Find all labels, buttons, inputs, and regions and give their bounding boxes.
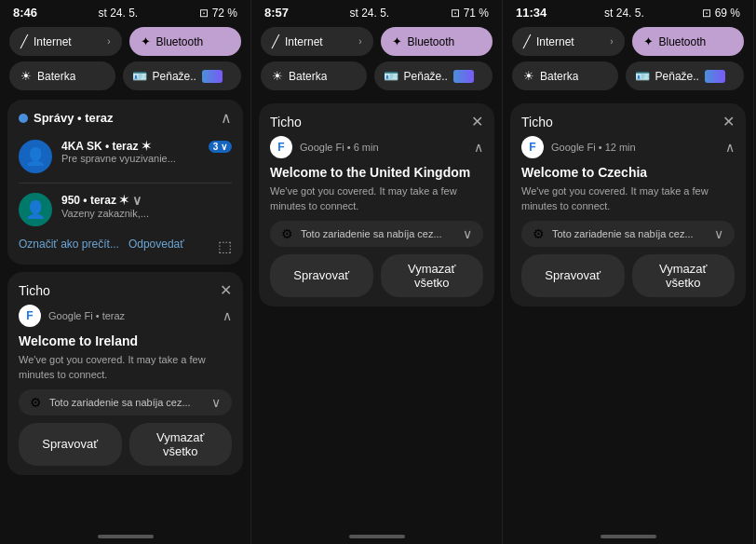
charging-row-3[interactable]: ⚙ Toto zariadenie sa nabíja cez... ∨ (521, 221, 735, 247)
msg-text-1b: Vazeny zakaznik,... (61, 208, 232, 219)
phone-panel-2: 8:57 st 24. 5. ⊡ 71 % ╱ Internet › ✦ Blu… (251, 0, 503, 544)
vymazat-btn-1[interactable]: Vymazať všetko (129, 423, 233, 466)
charging-text-1: Toto zariadenie sa nabíja cez... (49, 397, 204, 408)
avatar-icon-1a: 👤 (25, 146, 46, 167)
wallet-card-visual-2 (453, 70, 474, 83)
tile-baterka-label-2: Baterka (289, 70, 327, 83)
msg-badge-1a: 3 ∨ (209, 141, 232, 153)
tile-internet-label-2: Internet (285, 35, 323, 48)
btn-row-3: Spravovať Vymazať všetko (521, 254, 735, 297)
charging-row-1[interactable]: ⚙ Toto zariadenie sa nabíja cez... ∨ (19, 389, 232, 415)
status-bar-2: 8:57 st 24. 5. ⊡ 71 % (251, 0, 502, 23)
ticho-title-1: Ticho (19, 283, 50, 298)
battery-1: 72 % (212, 7, 237, 20)
charging-chevron-3[interactable]: ∨ (714, 226, 723, 241)
tile-chevron-1: › (107, 36, 110, 47)
spravovat-btn-1[interactable]: Spravovať (19, 423, 122, 466)
tile-bluetooth-label-1: Bluetooth (156, 35, 204, 48)
spravovat-btn-3[interactable]: Spravovať (521, 254, 625, 297)
notif-body-2: We've got you covered. It may take a few… (270, 184, 483, 213)
tile-internet-2[interactable]: ╱ Internet › (261, 27, 373, 56)
fi-row-2: F Google Fi • 6 min ∧ (270, 136, 483, 158)
tiles-row1-3: ╱ Internet › ✦ Bluetooth (503, 23, 753, 60)
tile-bluetooth-1[interactable]: ✦ Bluetooth (129, 27, 242, 56)
ticho-header-2: Ticho ✕ (270, 113, 483, 130)
notif-body-3: We've got you covered. It may take a few… (521, 184, 735, 213)
time-2: 8:57 (264, 6, 289, 20)
ticho-close-2[interactable]: ✕ (471, 113, 483, 130)
tile-internet-1[interactable]: ╱ Internet › (9, 27, 122, 56)
sim-icon-2: ⊡ (451, 7, 460, 20)
messages-title-text-1: Správy • teraz (34, 111, 113, 125)
charging-chevron-1[interactable]: ∨ (211, 395, 221, 410)
sim-icon-1: ⊡ (199, 7, 209, 20)
ticho-close-1[interactable]: ✕ (220, 281, 232, 299)
fi-chevron-1[interactable]: ∧ (223, 308, 232, 323)
bottom-indicator-1 (98, 535, 154, 538)
tile-baterka-label-3: Baterka (540, 70, 578, 83)
vymazat-btn-3[interactable]: Vymazať všetko (632, 254, 736, 297)
ticho-header-1: Ticho ✕ (19, 281, 232, 299)
tile-wallet-2[interactable]: 🪪 Peňaže.. (374, 61, 493, 90)
phone-panel-1: 8:46 st 24. 5. ⊡ 72 % ╱ Internet › ✦ Blu… (0, 0, 251, 544)
bluetooth-icon-1: ✦ (141, 34, 151, 48)
fi-meta-2: Google Fi • 6 min (300, 142, 466, 153)
charging-icon-1: ⚙ (30, 395, 42, 410)
fi-icon-3: F (521, 136, 544, 158)
avatar-1a: 👤 (19, 140, 52, 173)
bottom-bar-3 (503, 529, 753, 544)
fi-chevron-3[interactable]: ∧ (725, 140, 735, 155)
charging-row-2[interactable]: ⚙ Toto zariadenie sa nabíja cez... ∨ (270, 221, 483, 247)
charging-chevron-2[interactable]: ∨ (463, 226, 472, 241)
bluetooth-icon-2: ✦ (392, 34, 402, 48)
tile-baterka-2[interactable]: ☀ Baterka (261, 61, 367, 90)
expand-icon-1[interactable]: ⬚ (218, 238, 232, 255)
internet-icon-1: ╱ (20, 34, 28, 48)
fi-chevron-2[interactable]: ∧ (474, 140, 483, 155)
avatar-1b: 👤 (19, 193, 52, 226)
tile-wallet-1[interactable]: 🪪 Peňaže.. (123, 61, 241, 90)
flashlight-icon-2: ☀ (272, 69, 283, 83)
messages-title-1: Správy • teraz (19, 111, 113, 125)
bottom-indicator-2 (349, 535, 405, 538)
bluetooth-icon-3: ✦ (643, 34, 654, 48)
tile-baterka-label-1: Baterka (37, 70, 75, 83)
tile-wallet-3[interactable]: 🪪 Peňaže.. (626, 61, 744, 90)
ticho-close-3[interactable]: ✕ (722, 113, 735, 130)
bottom-bar-1 (0, 529, 250, 544)
btn-row-2: Spravovať Vymazať všetko (270, 254, 483, 297)
tile-internet-3[interactable]: ╱ Internet › (512, 27, 625, 56)
fi-meta-3: Google Fi • 12 min (551, 142, 718, 153)
reply-link-1[interactable]: Odpovedať (128, 238, 184, 255)
spravovat-btn-2[interactable]: Spravovať (270, 254, 373, 297)
sender-name-1b: 950 • teraz ✶ (61, 194, 128, 207)
tile-baterka-1[interactable]: ☀ Baterka (9, 61, 115, 90)
tiles-row2-1: ☀ Baterka 🪪 Peňaže.. (0, 61, 250, 96)
battery-3: 69 % (715, 7, 740, 20)
mark-read-link-1[interactable]: Označiť ako prečít... (19, 238, 119, 255)
messages-chevron-1[interactable]: ∧ (221, 109, 232, 127)
msg-content-1a: 4KA SK • teraz ✶ 3 ∨ Pre spravne vyuziva… (61, 140, 232, 164)
internet-icon-3: ╱ (523, 34, 531, 48)
tile-bluetooth-3[interactable]: ✦ Bluetooth (632, 27, 745, 56)
tiles-row2-2: ☀ Baterka 🪪 Peňaže.. (251, 61, 502, 96)
wallet-icon-2: 🪪 (384, 69, 398, 83)
sim-icon-3: ⊡ (702, 7, 711, 20)
tile-baterka-3[interactable]: ☀ Baterka (512, 61, 618, 90)
date-1: st 24. 5. (98, 7, 138, 20)
date-3: st 24. 5. (604, 7, 644, 20)
tile-chevron-3: › (610, 36, 613, 47)
charging-icon-3: ⚙ (533, 226, 545, 241)
tile-bluetooth-2[interactable]: ✦ Bluetooth (381, 27, 493, 56)
fi-row-3: F Google Fi • 12 min ∧ (521, 136, 735, 158)
vymazat-btn-2[interactable]: Vymazať všetko (381, 254, 484, 297)
status-icons-1: ⊡ 72 % (199, 7, 237, 20)
wallet-icon-3: 🪪 (635, 69, 650, 83)
tile-bluetooth-label-3: Bluetooth (659, 35, 707, 48)
fi-row-1: F Google Fi • teraz ∧ (19, 305, 232, 327)
msg-sender-1b: 950 • teraz ✶ ∨ (61, 193, 232, 208)
internet-icon-2: ╱ (272, 34, 279, 48)
wallet-card-visual-3 (705, 70, 725, 83)
action-row-1: Označiť ako prečít... Odpovedať ⬚ (19, 238, 232, 255)
messages-notif-1: Správy • teraz ∧ 👤 4KA SK • teraz ✶ 3 ∨ … (7, 100, 243, 265)
